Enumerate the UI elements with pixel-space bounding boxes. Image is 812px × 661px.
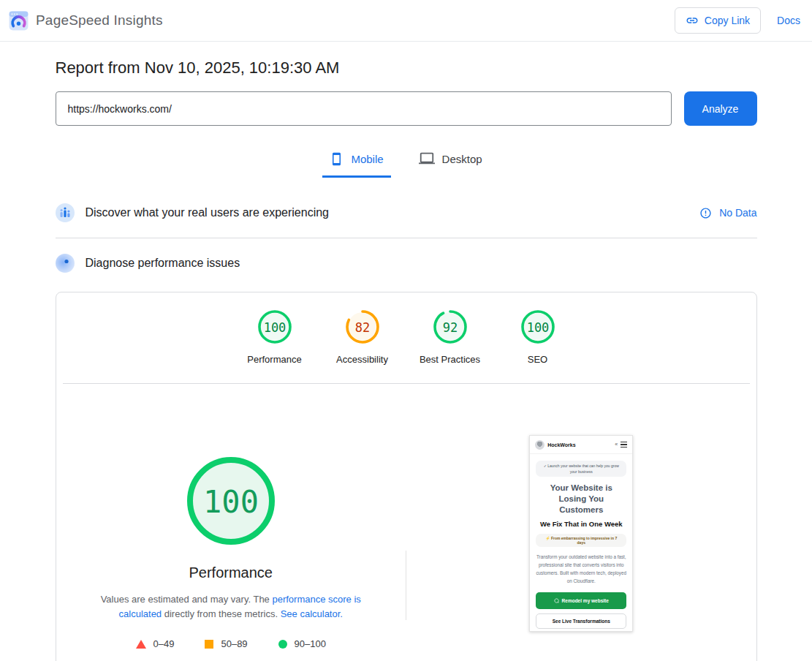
thumb-headline: Your Website is Losing You Customers xyxy=(536,483,626,515)
see-calculator-link[interactable]: See calculator. xyxy=(281,608,343,619)
analyze-button[interactable]: Analyze xyxy=(684,91,757,126)
mobile-phone-icon xyxy=(330,152,344,166)
thumb-mid-badge: ⚡ From embarrassing to impressive in 7 d… xyxy=(536,534,626,547)
legend-range: 0–49 xyxy=(153,638,175,649)
thumb-menu-icon xyxy=(621,442,627,447)
screenshot-column: HockWorks « ✓ Launch your website that c… xyxy=(406,435,756,649)
tab-mobile[interactable]: Mobile xyxy=(322,145,390,178)
score-label: Performance xyxy=(247,354,301,365)
tab-desktop-label: Desktop xyxy=(442,153,482,165)
url-row: Analyze xyxy=(56,91,757,126)
performance-gauge: 100 xyxy=(187,457,275,545)
thumb-subheadline: We Fix That in One Week xyxy=(536,520,626,528)
thumb-close-icon: « xyxy=(615,442,618,447)
lighthouse-report-card: 100 Performance 82 Accessibility 92 Bes xyxy=(56,292,757,661)
app-header: PageSpeed Insights Copy Link Docs xyxy=(0,0,812,42)
performance-gauge-section: 100 Performance Values are estimated and… xyxy=(56,384,756,649)
thumb-body-text: Transform your outdated website into a f… xyxy=(536,553,626,585)
tab-mobile-label: Mobile xyxy=(351,153,383,165)
tab-desktop[interactable]: Desktop xyxy=(411,145,490,178)
no-data-label: No Data xyxy=(719,207,756,219)
svg-text:100: 100 xyxy=(526,320,549,335)
thumb-site-brand: HockWorks xyxy=(547,442,575,447)
metrics-row: METRICS Expand view xyxy=(56,649,756,661)
thumb-secondary-cta: See Live Transformations xyxy=(536,613,626,629)
score-label: Best Practices xyxy=(420,354,480,365)
legend-item-fail: 0–49 xyxy=(136,638,175,649)
gauge-column: 100 Performance Values are estimated and… xyxy=(56,435,406,649)
score-gauge-performance[interactable]: 100 Performance xyxy=(240,309,310,365)
score-gauge-accessibility[interactable]: 82 Accessibility xyxy=(327,309,398,365)
legend-range: 90–100 xyxy=(295,638,326,649)
diagnose-section-title: Diagnose performance issues xyxy=(86,257,240,270)
disclaimer-text: directly from these metrics. xyxy=(162,608,281,619)
svg-text:100: 100 xyxy=(203,484,259,520)
url-input[interactable] xyxy=(56,91,672,126)
score-gauge-seo[interactable]: 100 SEO xyxy=(503,309,573,365)
score-legend: 0–49 50–89 90–100 xyxy=(136,638,326,649)
copy-link-label: Copy Link xyxy=(705,15,750,26)
app-title: PageSpeed Insights xyxy=(36,12,163,29)
score-label: Accessibility xyxy=(336,354,388,365)
diagnose-section-row: Diagnose performance issues xyxy=(56,238,757,288)
fail-triangle-icon xyxy=(136,640,146,649)
device-tabs: Mobile Desktop xyxy=(56,145,757,178)
legend-range: 50–89 xyxy=(221,638,247,649)
thumb-site-header: HockWorks « xyxy=(530,436,632,454)
legend-item-average: 50–89 xyxy=(205,638,247,649)
copy-link-button[interactable]: Copy Link xyxy=(675,7,761,34)
info-alert-icon xyxy=(699,207,712,219)
svg-text:100: 100 xyxy=(263,320,286,335)
thumb-top-badge: ✓ Launch your website that can help you … xyxy=(536,461,626,477)
chat-icon xyxy=(554,598,559,603)
thumb-site-logo xyxy=(535,440,545,450)
legend-item-pass: 90–100 xyxy=(278,638,326,649)
score-gauge-best-practices[interactable]: 92 Best Practices xyxy=(415,309,485,365)
average-square-icon xyxy=(205,640,213,649)
link-icon xyxy=(686,14,699,27)
pagespeed-logo-icon xyxy=(9,11,29,31)
page-screenshot-thumbnail[interactable]: HockWorks « ✓ Launch your website that c… xyxy=(529,435,633,632)
real-users-icon xyxy=(56,203,75,222)
disclaimer-text: Values are estimated and may vary. The xyxy=(101,594,273,605)
docs-link[interactable]: Docs xyxy=(777,15,800,26)
score-summary: 100 Performance 82 Accessibility 92 Bes xyxy=(56,292,756,383)
desktop-laptop-icon xyxy=(419,151,435,167)
thumb-primary-cta: Remodel my website xyxy=(536,592,626,609)
thumb-site-body: ✓ Launch your website that can help you … xyxy=(530,454,632,632)
pass-circle-icon xyxy=(278,640,287,649)
score-disclaimer: Values are estimated and may vary. The p… xyxy=(88,592,374,622)
svg-text:92: 92 xyxy=(442,320,457,335)
no-data-status[interactable]: No Data xyxy=(699,207,756,219)
score-label: SEO xyxy=(528,354,547,365)
report-heading: Report from Nov 10, 2025, 10:19:30 AM xyxy=(56,58,757,78)
svg-text:82: 82 xyxy=(354,320,369,335)
discover-section-row: Discover what your real users are experi… xyxy=(56,188,757,238)
gauge-title: Performance xyxy=(189,564,273,581)
discover-section-title: Discover what your real users are experi… xyxy=(86,206,329,219)
diagnose-icon xyxy=(56,254,75,273)
